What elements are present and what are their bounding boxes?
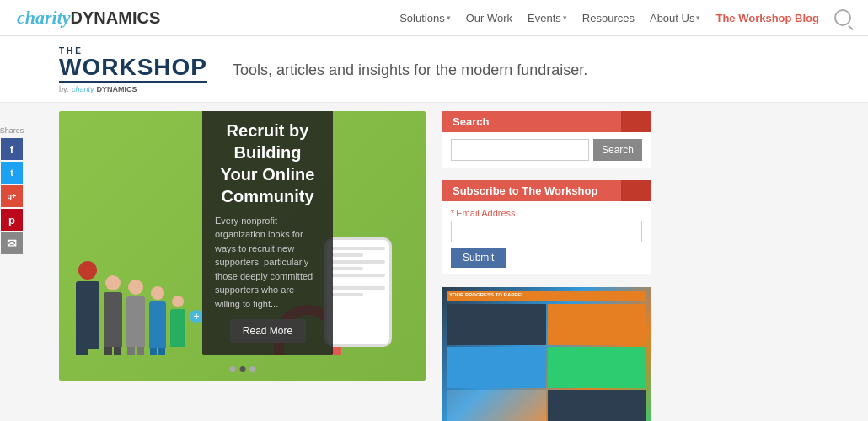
submit-button[interactable]: Submit bbox=[451, 248, 506, 268]
search-input[interactable] bbox=[451, 139, 589, 161]
dot-1[interactable] bbox=[229, 366, 235, 372]
thumbnail-progress-text: YOUR PROGRESS TO RAPPEL bbox=[449, 292, 524, 297]
email-share-button[interactable]: ✉ bbox=[1, 232, 23, 254]
chevron-down-icon: ▾ bbox=[696, 13, 700, 22]
social-sidebar: Shares f t g+ p ✉ bbox=[0, 126, 24, 256]
shares-label: Shares bbox=[0, 126, 24, 135]
main-nav: Solutions ▾ Our Work Events ▾ Resources … bbox=[399, 9, 851, 26]
by-line: by: charity DYNAMICS bbox=[59, 85, 207, 93]
pinterest-share-button[interactable]: p bbox=[1, 209, 23, 231]
thumbnail-image: YOUR PROGRESS TO RAPPEL bbox=[442, 287, 651, 421]
thumb-cell-1 bbox=[447, 304, 546, 345]
twitter-share-button[interactable]: t bbox=[1, 162, 23, 184]
hero-description: Every nonprofit organization looks for w… bbox=[215, 214, 320, 312]
workshop-subheader: THE WORKSHOP by: charity DYNAMICS Tools,… bbox=[0, 36, 868, 103]
subscribe-inner: Email Address Submit bbox=[442, 201, 651, 274]
hero-overlay: Recruit by Building Your Online Communit… bbox=[202, 111, 333, 355]
person-5 bbox=[170, 296, 185, 347]
people-illustration bbox=[76, 261, 185, 355]
person-4 bbox=[149, 286, 166, 355]
phone-line bbox=[331, 253, 363, 257]
search-widget-title: Search bbox=[442, 111, 651, 132]
plus-icon: + bbox=[190, 310, 203, 323]
thumbnail-grid bbox=[447, 304, 646, 421]
nav-workshop-blog[interactable]: The Workshop Blog bbox=[715, 12, 819, 24]
dot-3[interactable] bbox=[249, 366, 255, 372]
nav-our-work[interactable]: Our Work bbox=[466, 12, 512, 24]
search-icon[interactable] bbox=[834, 9, 851, 26]
thumb-cell-6 bbox=[548, 390, 647, 421]
workshop-logo: THE WORKSHOP by: charity DYNAMICS bbox=[59, 46, 207, 93]
thumb-cell-3 bbox=[447, 347, 546, 388]
phone-illustration bbox=[324, 237, 392, 347]
logo-dynamics: DYNAMICS bbox=[71, 8, 161, 28]
slider-dots bbox=[229, 366, 255, 372]
facebook-share-button[interactable]: f bbox=[1, 138, 23, 160]
googleplus-share-button[interactable]: g+ bbox=[1, 185, 23, 207]
logo-charity: charity bbox=[17, 7, 71, 29]
phone-line bbox=[331, 247, 385, 250]
by-dynamics: DYNAMICS bbox=[97, 85, 137, 93]
nav-resources[interactable]: Resources bbox=[582, 12, 635, 24]
subscribe-widget-header: Subscribe to The Workshop bbox=[442, 180, 651, 201]
search-widget: Search Search bbox=[442, 111, 651, 168]
search-inner: Search bbox=[442, 132, 651, 168]
person-1 bbox=[76, 261, 99, 355]
email-input[interactable] bbox=[451, 221, 642, 242]
phone-line bbox=[331, 260, 385, 264]
by-charity: charity bbox=[72, 85, 94, 93]
workshop-tagline: Tools, articles and insights for the mod… bbox=[233, 61, 587, 79]
phone-line bbox=[331, 274, 385, 277]
person-3 bbox=[126, 280, 145, 355]
search-widget-accent bbox=[621, 111, 651, 132]
site-logo: charity DYNAMICS bbox=[17, 7, 160, 29]
search-button[interactable]: Search bbox=[593, 139, 642, 161]
hero-title: Recruit by Building Your Online Communit… bbox=[215, 120, 320, 207]
chevron-down-icon: ▾ bbox=[447, 13, 451, 22]
subscribe-widget: Subscribe to The Workshop Email Address … bbox=[442, 180, 651, 274]
email-label: Email Address bbox=[451, 208, 642, 218]
nav-solutions[interactable]: Solutions ▾ bbox=[399, 12, 450, 24]
site-header: charity DYNAMICS Solutions ▾ Our Work Ev… bbox=[0, 0, 868, 36]
phone-line bbox=[331, 286, 385, 290]
read-more-button[interactable]: Read More bbox=[230, 319, 306, 343]
subscribe-widget-accent bbox=[621, 180, 651, 201]
dot-2[interactable] bbox=[239, 366, 245, 372]
thumb-cell-2 bbox=[548, 304, 647, 345]
thumb-cell-5 bbox=[447, 390, 546, 421]
nav-events[interactable]: Events ▾ bbox=[528, 12, 567, 24]
thumb-cell-4 bbox=[548, 347, 647, 388]
phone-line bbox=[331, 293, 363, 296]
search-widget-header: Search bbox=[442, 111, 651, 132]
thumbnail-area[interactable]: YOUR PROGRESS TO RAPPEL bbox=[442, 287, 651, 421]
hero-slider: + Recruit by Building Your Online Commun… bbox=[59, 111, 426, 381]
main-content: + Recruit by Building Your Online Commun… bbox=[0, 103, 868, 421]
person-2 bbox=[104, 275, 122, 355]
workshop-label: WORKSHOP bbox=[59, 56, 207, 83]
subscribe-widget-title: Subscribe to The Workshop bbox=[442, 180, 651, 201]
nav-about-us[interactable]: About Us ▾ bbox=[650, 12, 700, 24]
phone-line bbox=[331, 267, 363, 270]
right-sidebar: Search Search Subscribe to The Workshop … bbox=[442, 111, 651, 421]
chevron-down-icon: ▾ bbox=[563, 13, 567, 22]
